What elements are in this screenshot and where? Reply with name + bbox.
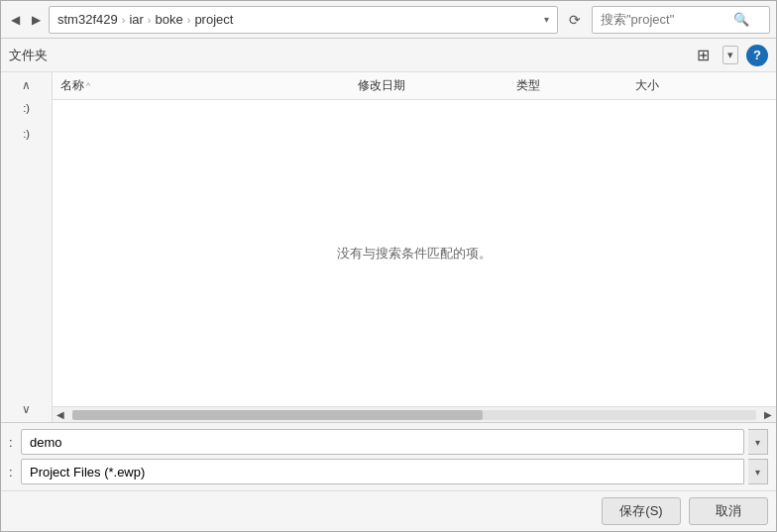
breadcrumb-iar[interactable]: iar	[129, 12, 143, 27]
address-bar: ◀ ▶ stm32f429 › iar › boke › project ▾ ⟳…	[1, 1, 776, 39]
sidebar: ∧ :) :) ∨	[1, 72, 53, 422]
search-input[interactable]	[601, 12, 729, 27]
search-box: 🔍	[592, 6, 770, 34]
new-folder-label: 文件夹	[9, 47, 48, 64]
sep2: ›	[148, 14, 152, 26]
breadcrumb-boke[interactable]: boke	[156, 12, 183, 27]
breadcrumb: stm32f429 › iar › boke › project ▾	[49, 6, 558, 34]
breadcrumb-dropdown-button[interactable]: ▾	[544, 14, 549, 25]
sep3: ›	[187, 14, 191, 26]
filter-input[interactable]	[21, 459, 744, 484]
breadcrumb-project[interactable]: project	[194, 12, 233, 27]
sidebar-item-1[interactable]: :)	[1, 96, 52, 120]
column-headers: 名称 ^ 修改日期 类型 大小	[53, 72, 776, 100]
hscrollbar: ◀ ▶	[53, 406, 776, 422]
sidebar-item-2[interactable]: :)	[1, 122, 52, 146]
empty-state: 没有与搜索条件匹配的项。	[53, 100, 776, 406]
filename-input[interactable]	[21, 429, 744, 455]
filter-row: : ▾	[9, 459, 768, 484]
hscrollbar-thumb	[72, 410, 483, 420]
hscrollbar-track[interactable]	[72, 410, 756, 420]
filter-colon: :	[9, 465, 17, 479]
sort-arrow-name: ^	[86, 81, 90, 91]
filename-row: : ▾	[9, 429, 768, 455]
filename-colon: :	[9, 435, 17, 450]
breadcrumb-stm32[interactable]: stm32f429	[57, 12, 118, 27]
col-name[interactable]: 名称 ^	[53, 77, 350, 94]
filter-dropdown[interactable]: ▾	[748, 459, 768, 484]
forward-button[interactable]: ▶	[28, 11, 45, 29]
action-buttons: 保存(S) 取消	[1, 490, 776, 531]
col-date[interactable]: 修改日期	[350, 77, 508, 94]
view-icon-button[interactable]: ⊞	[692, 43, 715, 67]
search-icon[interactable]: 🔍	[733, 12, 749, 27]
content-area: ∧ :) :) ∨ 名称 ^ 修改日期 类型 大小	[1, 72, 776, 422]
col-type[interactable]: 类型	[508, 77, 627, 94]
col-size[interactable]: 大小	[627, 77, 776, 94]
scroll-right-btn[interactable]: ▶	[760, 409, 776, 420]
back-button[interactable]: ◀	[7, 11, 24, 29]
scroll-left-btn[interactable]: ◀	[53, 409, 68, 420]
bottom-fields: : ▾ : ▾	[1, 422, 776, 490]
cancel-button[interactable]: 取消	[689, 497, 768, 525]
filename-dropdown[interactable]: ▾	[748, 429, 768, 455]
sidebar-down-arrow[interactable]: ∨	[1, 400, 52, 418]
save-button[interactable]: 保存(S)	[602, 497, 681, 525]
sidebar-up-arrow[interactable]: ∧	[1, 76, 52, 94]
refresh-button[interactable]: ⟳	[562, 9, 588, 31]
help-button[interactable]: ?	[746, 45, 768, 66]
toolbar: 文件夹 ⊞ ▾ ?	[1, 39, 776, 72]
file-list-area: 名称 ^ 修改日期 类型 大小 没有与搜索条件匹配的项。 ◀	[53, 72, 776, 422]
save-dialog: ◀ ▶ stm32f429 › iar › boke › project ▾ ⟳…	[0, 0, 777, 532]
view-dropdown-button[interactable]: ▾	[722, 46, 738, 64]
sep1: ›	[122, 14, 126, 26]
